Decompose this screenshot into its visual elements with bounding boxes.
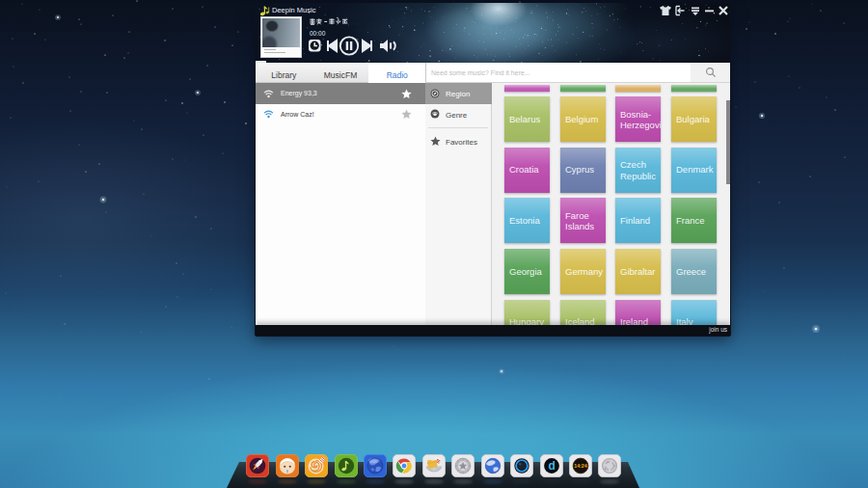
svg-text:d: d bbox=[549, 459, 556, 473]
svg-text:14:24: 14:24 bbox=[574, 463, 587, 469]
